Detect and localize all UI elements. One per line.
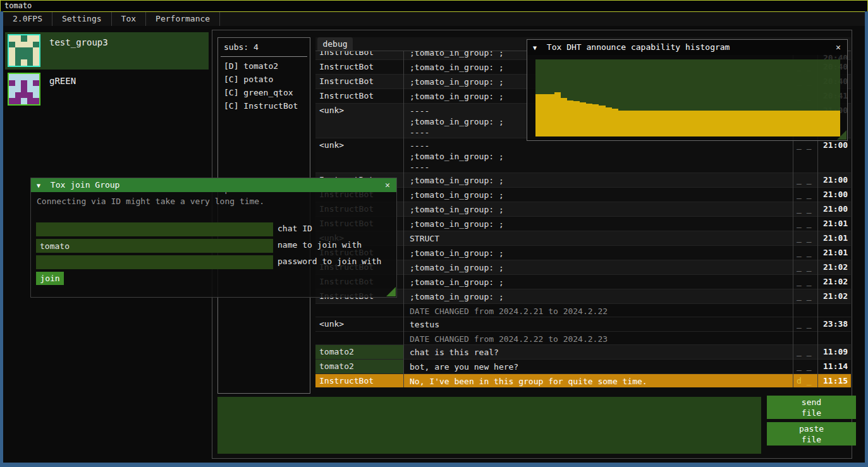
subs-member-item[interactable]: [D] tomato2: [218, 59, 310, 73]
histogram-titlebar[interactable]: ▼ Tox DHT announce capability histogram …: [527, 40, 847, 55]
sender-name: InstructBot: [315, 75, 403, 88]
message-text: ;tomato_in_group: ;: [406, 217, 783, 231]
message-timestamp: 21:00: [820, 202, 851, 214]
histogram-bar: [592, 104, 599, 136]
avatar-pixel: [27, 86, 34, 92]
avatar-pixel: [15, 59, 21, 66]
avatar-pixel: [33, 74, 39, 80]
avatar-pixel: [33, 80, 39, 87]
avatar-pixel: [15, 42, 21, 48]
message-status: _ _: [793, 289, 817, 301]
histogram-bar: [745, 111, 752, 136]
join-dialog-titlebar[interactable]: ▼ Tox join Group ✕: [31, 178, 396, 192]
histogram-bar: [726, 111, 732, 136]
resize-grip-icon[interactable]: [386, 287, 396, 296]
paste-file-button[interactable]: paste file: [767, 422, 856, 446]
message-row[interactable]: tomato2bot, are you new here?_ _11:14: [315, 360, 851, 374]
histogram-bar: [764, 111, 771, 136]
group-item-gREEN[interactable]: gREEN: [5, 71, 209, 108]
histogram-bar: [688, 111, 694, 136]
message-text: ;tomato_in_group: ;: [406, 173, 783, 187]
histogram-title: Tox DHT announce capability histogram: [547, 42, 730, 52]
histogram-bar: [719, 111, 726, 136]
avatar-pixel: [15, 86, 21, 92]
paste-file-label-line1: paste: [767, 423, 856, 434]
avatar-pixel: [15, 92, 21, 99]
avatar-pixel: [21, 92, 27, 99]
message-text: ;tomato_in_group: ;: [406, 188, 783, 202]
sender-name: <unk>: [315, 104, 403, 138]
join-button[interactable]: join: [36, 272, 64, 285]
column-divider-name: [403, 51, 404, 387]
menu-item-performance[interactable]: Performance: [146, 12, 219, 26]
date-separator-row[interactable]: DATE CHANGED from 2024.2.21 to 2024.2.22: [315, 304, 851, 317]
collapse-arrow-icon[interactable]: ▼: [37, 179, 40, 193]
avatar-pixel: [27, 98, 34, 104]
join-dialog-hint-2: Connecting via ID might take a very long…: [31, 194, 396, 206]
message-status: _ _: [793, 173, 817, 185]
menu-item-settings[interactable]: Settings: [52, 12, 111, 26]
histogram-bar: [809, 111, 815, 136]
message-text: ;tomato_in_group: ;: [406, 202, 783, 216]
avatar-pixel: [33, 92, 39, 99]
join-password-input[interactable]: [36, 255, 273, 269]
message-row[interactable]: <unk>testus_ _23:38: [315, 317, 851, 332]
resize-grip-icon[interactable]: [837, 130, 847, 140]
avatar-pixel: [21, 98, 27, 104]
message-status: _ _: [793, 275, 817, 286]
sender-name: InstructBot: [315, 374, 403, 387]
subs-member-item[interactable]: [C] InstructBot: [218, 99, 310, 112]
subs-member-item[interactable]: [C] green_qtox: [218, 86, 310, 99]
avatar-pixel: [33, 98, 39, 104]
collapse-arrow-icon[interactable]: ▼: [533, 40, 537, 56]
message-row[interactable]: InstructBotNo, I've been in this group f…: [315, 374, 851, 387]
name-field-row: name to join with: [36, 239, 273, 253]
sender-name: <unk>: [315, 138, 403, 173]
menu-item-tox[interactable]: Tox: [112, 12, 145, 26]
message-row[interactable]: <unk>----;tomato_in_group: ;----_ _21:00: [315, 138, 851, 173]
avatar-pixel: [21, 74, 27, 80]
message-text: DATE CHANGED from 2024.2.22 to 2024.2.23: [406, 332, 783, 344]
sender-name: <unk>: [315, 317, 403, 331]
close-icon[interactable]: ✕: [833, 40, 843, 54]
histogram-bar: [752, 111, 758, 136]
avatar-pixel: [9, 35, 15, 42]
send-file-button[interactable]: send file: [767, 396, 856, 419]
histogram-bar: [783, 111, 790, 136]
avatar-pixel: [9, 92, 15, 99]
close-icon[interactable]: ✕: [382, 178, 393, 192]
message-timestamp: 21:02: [820, 289, 851, 301]
group-avatar: [8, 73, 40, 106]
group-avatar: [8, 34, 40, 67]
password-field-row: password to join with: [36, 255, 273, 269]
message-status: _ _: [793, 231, 817, 243]
message-input[interactable]: [217, 397, 761, 454]
avatar-pixel: [33, 42, 39, 48]
message-status: _ _: [793, 217, 817, 228]
histogram-bar: [682, 111, 688, 136]
chat-id-field-row: chat ID: [36, 222, 273, 236]
subs-count-header: subs: 4: [218, 38, 310, 52]
histogram-bar: [625, 111, 631, 136]
histogram-bar: [790, 111, 796, 136]
avatar-pixel: [21, 59, 27, 66]
group-name-label: gREEN: [49, 76, 76, 86]
message-row[interactable]: tomato2chat is this real?_ _11:09: [315, 345, 851, 360]
send-file-label-line2: file: [767, 408, 856, 418]
message-text: ;tomato_in_group: ;: [406, 246, 783, 260]
tab-debug[interactable]: debug: [317, 37, 353, 51]
histogram-bar: [567, 100, 573, 136]
join-name-input[interactable]: [36, 239, 273, 253]
dht-histogram-window: ▼ Tox DHT announce capability histogram …: [527, 39, 848, 141]
subs-member-item[interactable]: [C] potato: [218, 73, 310, 86]
send-file-label-line1: send: [767, 397, 856, 408]
group-item-test_group3[interactable]: test_group3: [5, 32, 209, 70]
avatar-pixel: [27, 54, 34, 60]
join-group-dialog: ▼ Tox join Group ✕ NGC refers to the New…: [30, 178, 397, 298]
histogram-bar: [637, 111, 644, 136]
message-status: _ _: [793, 246, 817, 257]
date-separator-row[interactable]: DATE CHANGED from 2024.2.22 to 2024.2.23: [315, 332, 851, 345]
message-timestamp: 21:01: [820, 217, 851, 228]
histogram-bar: [739, 111, 745, 136]
chat-id-input[interactable]: [36, 222, 273, 236]
